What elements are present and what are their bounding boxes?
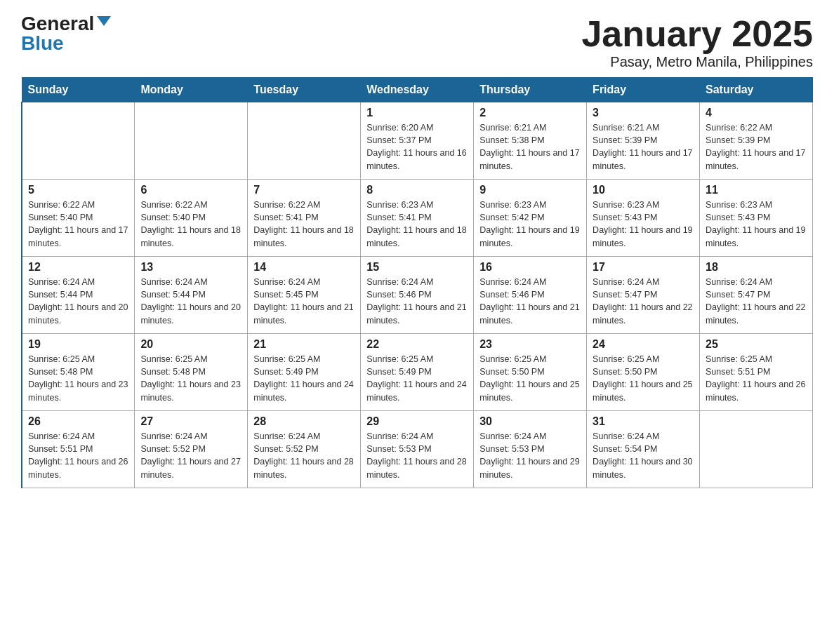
day-header-wednesday: Wednesday (361, 78, 474, 102)
day-number: 18 (706, 261, 807, 274)
day-header-tuesday: Tuesday (248, 78, 361, 102)
day-info: Sunrise: 6:22 AM Sunset: 5:41 PM Dayligh… (253, 200, 353, 248)
calendar-cell: 8Sunrise: 6:23 AM Sunset: 5:41 PM Daylig… (361, 180, 474, 257)
calendar-cell: 13Sunrise: 6:24 AM Sunset: 5:44 PM Dayli… (135, 257, 248, 334)
day-number: 12 (28, 261, 128, 274)
day-info: Sunrise: 6:20 AM Sunset: 5:37 PM Dayligh… (366, 123, 466, 170)
calendar-cell: 29Sunrise: 6:24 AM Sunset: 5:53 PM Dayli… (361, 411, 474, 488)
day-number: 16 (479, 261, 581, 274)
day-info: Sunrise: 6:23 AM Sunset: 5:42 PM Dayligh… (479, 200, 579, 248)
calendar-cell (22, 102, 135, 180)
day-info: Sunrise: 6:24 AM Sunset: 5:47 PM Dayligh… (593, 277, 692, 325)
day-number: 27 (140, 415, 241, 428)
day-number: 24 (593, 338, 694, 351)
calendar-cell: 22Sunrise: 6:25 AM Sunset: 5:49 PM Dayli… (361, 334, 474, 411)
calendar-cell (248, 102, 361, 180)
day-number: 4 (706, 107, 807, 119)
logo-blue: Blue (21, 34, 64, 53)
day-number: 8 (366, 184, 468, 196)
day-number: 30 (479, 415, 581, 428)
day-number: 14 (253, 261, 355, 274)
calendar-subtitle: Pasay, Metro Manila, Philippines (581, 54, 813, 70)
calendar-cell: 4Sunrise: 6:22 AM Sunset: 5:39 PM Daylig… (700, 102, 813, 180)
day-info: Sunrise: 6:23 AM Sunset: 5:43 PM Dayligh… (706, 200, 805, 248)
day-number: 19 (28, 338, 128, 351)
calendar-cell: 3Sunrise: 6:21 AM Sunset: 5:39 PM Daylig… (587, 102, 700, 180)
calendar-header: SundayMondayTuesdayWednesdayThursdayFrid… (22, 78, 813, 102)
week-row-4: 19Sunrise: 6:25 AM Sunset: 5:48 PM Dayli… (22, 334, 813, 411)
calendar-cell (700, 411, 813, 488)
day-number: 31 (593, 415, 694, 428)
day-number: 5 (28, 184, 128, 196)
calendar-cell: 7Sunrise: 6:22 AM Sunset: 5:41 PM Daylig… (248, 180, 361, 257)
day-header-friday: Friday (587, 78, 700, 102)
day-number: 20 (140, 338, 241, 351)
day-info: Sunrise: 6:24 AM Sunset: 5:52 PM Dayligh… (253, 431, 353, 479)
day-info: Sunrise: 6:25 AM Sunset: 5:51 PM Dayligh… (706, 354, 805, 402)
day-number: 11 (706, 184, 807, 196)
day-info: Sunrise: 6:24 AM Sunset: 5:51 PM Dayligh… (28, 431, 128, 479)
title-block: January 2025 Pasay, Metro Manila, Philip… (581, 14, 813, 70)
day-number: 15 (366, 261, 468, 274)
day-info: Sunrise: 6:24 AM Sunset: 5:53 PM Dayligh… (366, 431, 466, 479)
calendar-cell: 30Sunrise: 6:24 AM Sunset: 5:53 PM Dayli… (474, 411, 587, 488)
calendar-cell: 19Sunrise: 6:25 AM Sunset: 5:48 PM Dayli… (22, 334, 135, 411)
day-number: 22 (366, 338, 468, 351)
day-number: 23 (479, 338, 581, 351)
day-number: 6 (140, 184, 241, 196)
day-info: Sunrise: 6:25 AM Sunset: 5:50 PM Dayligh… (479, 354, 579, 402)
calendar-cell: 5Sunrise: 6:22 AM Sunset: 5:40 PM Daylig… (22, 180, 135, 257)
calendar-cell: 14Sunrise: 6:24 AM Sunset: 5:45 PM Dayli… (248, 257, 361, 334)
calendar-cell (135, 102, 248, 180)
calendar-cell: 24Sunrise: 6:25 AM Sunset: 5:50 PM Dayli… (587, 334, 700, 411)
day-number: 17 (593, 261, 694, 274)
day-number: 25 (706, 338, 807, 351)
calendar-cell: 27Sunrise: 6:24 AM Sunset: 5:52 PM Dayli… (135, 411, 248, 488)
day-info: Sunrise: 6:25 AM Sunset: 5:48 PM Dayligh… (140, 354, 240, 402)
week-row-5: 26Sunrise: 6:24 AM Sunset: 5:51 PM Dayli… (22, 411, 813, 488)
header-row: SundayMondayTuesdayWednesdayThursdayFrid… (22, 78, 813, 102)
day-info: Sunrise: 6:24 AM Sunset: 5:44 PM Dayligh… (140, 277, 240, 325)
logo-arrow-icon (97, 16, 111, 26)
day-info: Sunrise: 6:23 AM Sunset: 5:41 PM Dayligh… (366, 200, 466, 248)
logo-general: General (21, 14, 94, 34)
day-info: Sunrise: 6:24 AM Sunset: 5:46 PM Dayligh… (479, 277, 579, 325)
day-info: Sunrise: 6:22 AM Sunset: 5:40 PM Dayligh… (28, 200, 128, 248)
calendar-cell: 26Sunrise: 6:24 AM Sunset: 5:51 PM Dayli… (22, 411, 135, 488)
calendar-cell: 10Sunrise: 6:23 AM Sunset: 5:43 PM Dayli… (587, 180, 700, 257)
calendar-cell: 25Sunrise: 6:25 AM Sunset: 5:51 PM Dayli… (700, 334, 813, 411)
day-number: 3 (593, 107, 694, 119)
day-number: 9 (479, 184, 581, 196)
day-info: Sunrise: 6:25 AM Sunset: 5:48 PM Dayligh… (28, 354, 128, 402)
day-info: Sunrise: 6:24 AM Sunset: 5:52 PM Dayligh… (140, 431, 240, 479)
day-info: Sunrise: 6:24 AM Sunset: 5:53 PM Dayligh… (479, 431, 579, 479)
day-number: 13 (140, 261, 241, 274)
day-header-thursday: Thursday (474, 78, 587, 102)
day-info: Sunrise: 6:25 AM Sunset: 5:49 PM Dayligh… (253, 354, 353, 402)
day-info: Sunrise: 6:21 AM Sunset: 5:38 PM Dayligh… (479, 123, 579, 170)
calendar-cell: 9Sunrise: 6:23 AM Sunset: 5:42 PM Daylig… (474, 180, 587, 257)
calendar-cell: 6Sunrise: 6:22 AM Sunset: 5:40 PM Daylig… (135, 180, 248, 257)
week-row-3: 12Sunrise: 6:24 AM Sunset: 5:44 PM Dayli… (22, 257, 813, 334)
calendar-body: 1Sunrise: 6:20 AM Sunset: 5:37 PM Daylig… (22, 102, 813, 488)
calendar-cell: 31Sunrise: 6:24 AM Sunset: 5:54 PM Dayli… (587, 411, 700, 488)
day-info: Sunrise: 6:24 AM Sunset: 5:46 PM Dayligh… (366, 277, 466, 325)
calendar-cell: 16Sunrise: 6:24 AM Sunset: 5:46 PM Dayli… (474, 257, 587, 334)
day-number: 26 (28, 415, 128, 428)
week-row-1: 1Sunrise: 6:20 AM Sunset: 5:37 PM Daylig… (22, 102, 813, 180)
calendar-table: SundayMondayTuesdayWednesdayThursdayFrid… (21, 77, 813, 488)
day-info: Sunrise: 6:24 AM Sunset: 5:45 PM Dayligh… (253, 277, 353, 325)
day-header-monday: Monday (135, 78, 248, 102)
day-number: 29 (366, 415, 468, 428)
calendar-cell: 18Sunrise: 6:24 AM Sunset: 5:47 PM Dayli… (700, 257, 813, 334)
calendar-cell: 2Sunrise: 6:21 AM Sunset: 5:38 PM Daylig… (474, 102, 587, 180)
day-number: 7 (253, 184, 355, 196)
page-header: General Blue January 2025 Pasay, Metro M… (21, 14, 813, 70)
calendar-title: January 2025 (581, 14, 813, 54)
day-number: 1 (366, 107, 468, 119)
day-number: 21 (253, 338, 355, 351)
calendar-cell: 1Sunrise: 6:20 AM Sunset: 5:37 PM Daylig… (361, 102, 474, 180)
day-number: 2 (479, 107, 581, 119)
day-header-sunday: Sunday (22, 78, 135, 102)
logo: General Blue (21, 14, 111, 53)
